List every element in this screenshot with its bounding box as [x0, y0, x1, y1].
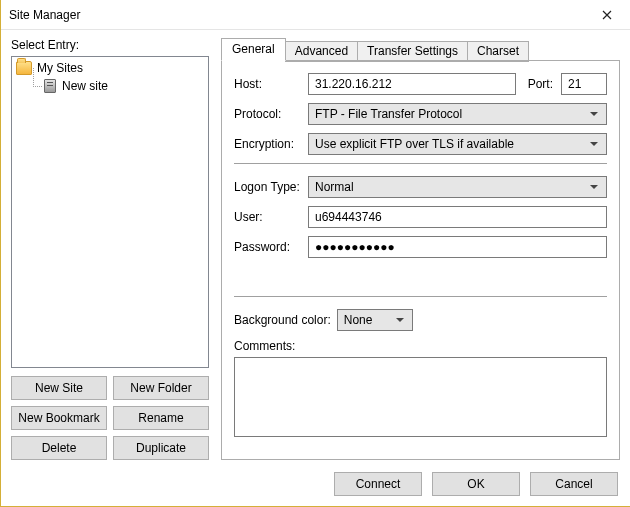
- new-site-button[interactable]: New Site: [11, 376, 107, 400]
- tree-entry-label: New site: [62, 79, 108, 93]
- duplicate-button[interactable]: Duplicate: [113, 436, 209, 460]
- tab-general[interactable]: General: [221, 38, 286, 61]
- dialog-footer: Connect OK Cancel: [1, 460, 630, 506]
- encryption-value: Use explicit FTP over TLS if available: [315, 137, 514, 151]
- window-title: Site Manager: [9, 8, 586, 22]
- tab-charset[interactable]: Charset: [467, 41, 529, 62]
- user-input[interactable]: [308, 206, 607, 228]
- separator: [234, 163, 607, 164]
- bgcolor-value: None: [344, 313, 373, 327]
- comments-textarea[interactable]: [234, 357, 607, 437]
- server-icon: [44, 79, 56, 93]
- close-button[interactable]: [586, 1, 628, 29]
- encryption-label: Encryption:: [234, 137, 300, 151]
- cancel-button[interactable]: Cancel: [530, 472, 618, 496]
- host-label: Host:: [234, 77, 300, 91]
- site-tree[interactable]: My Sites New site: [11, 56, 209, 368]
- connect-button[interactable]: Connect: [334, 472, 422, 496]
- host-input[interactable]: [308, 73, 516, 95]
- password-input[interactable]: [308, 236, 607, 258]
- new-bookmark-button[interactable]: New Bookmark: [11, 406, 107, 430]
- bgcolor-select[interactable]: None: [337, 309, 413, 331]
- rename-button[interactable]: Rename: [113, 406, 209, 430]
- encryption-select[interactable]: Use explicit FTP over TLS if available: [308, 133, 607, 155]
- tree-connector: [30, 77, 42, 95]
- left-buttons: New Site New Folder New Bookmark Rename …: [11, 376, 209, 460]
- delete-button[interactable]: Delete: [11, 436, 107, 460]
- password-label: Password:: [234, 240, 300, 254]
- port-input[interactable]: [561, 73, 607, 95]
- tab-panel-general: Host: Port: Protocol: FTP - File Transfe…: [221, 60, 620, 460]
- tab-bar: General Advanced Transfer Settings Chars…: [221, 38, 620, 60]
- logon-type-label: Logon Type:: [234, 180, 300, 194]
- ok-button[interactable]: OK: [432, 472, 520, 496]
- tree-entry[interactable]: New site: [30, 77, 204, 95]
- title-bar: Site Manager: [1, 0, 630, 30]
- protocol-select[interactable]: FTP - File Transfer Protocol: [308, 103, 607, 125]
- comments-label: Comments:: [234, 339, 607, 353]
- tab-transfer-settings[interactable]: Transfer Settings: [357, 41, 468, 62]
- close-icon: [602, 10, 612, 20]
- port-label: Port:: [528, 77, 553, 91]
- left-panel: Select Entry: My Sites New site New Site…: [11, 38, 209, 460]
- select-entry-label: Select Entry:: [11, 38, 209, 52]
- protocol-value: FTP - File Transfer Protocol: [315, 107, 462, 121]
- tree-root[interactable]: My Sites: [16, 59, 204, 77]
- tab-advanced[interactable]: Advanced: [285, 41, 358, 62]
- new-folder-button[interactable]: New Folder: [113, 376, 209, 400]
- separator-2: [234, 296, 607, 297]
- right-panel: General Advanced Transfer Settings Chars…: [221, 38, 620, 460]
- protocol-label: Protocol:: [234, 107, 300, 121]
- logon-type-select[interactable]: Normal: [308, 176, 607, 198]
- logon-type-value: Normal: [315, 180, 354, 194]
- folder-icon: [16, 61, 32, 75]
- tree-root-label: My Sites: [37, 61, 83, 75]
- bgcolor-label: Background color:: [234, 313, 331, 327]
- user-label: User:: [234, 210, 300, 224]
